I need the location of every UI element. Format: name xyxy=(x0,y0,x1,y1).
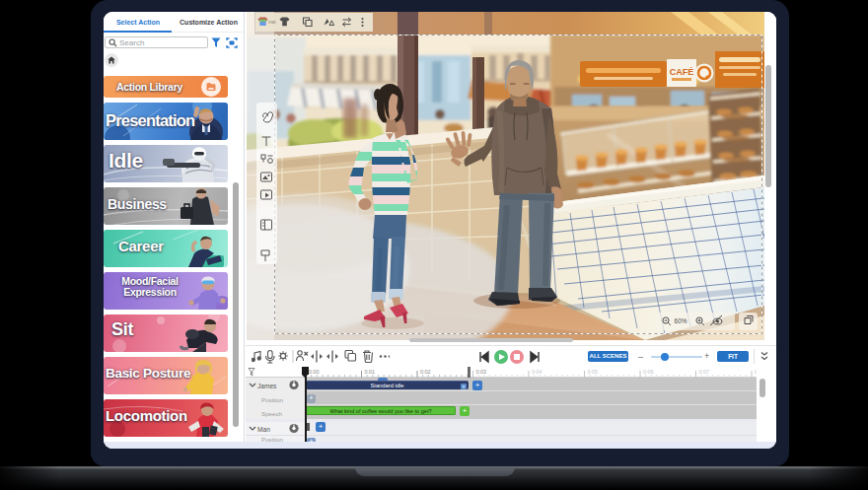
svg-text:Speech: Speech xyxy=(261,410,283,417)
svg-text:CAFÉ: CAFÉ xyxy=(670,67,694,77)
svg-text:Position: Position xyxy=(261,396,284,403)
svg-text:0:03: 0:03 xyxy=(476,369,487,375)
svg-text:0:06: 0:06 xyxy=(643,369,654,375)
svg-text:60%: 60% xyxy=(675,317,687,324)
svg-text:0:00: 0:00 xyxy=(309,369,320,375)
svg-text:0:08: 0:08 xyxy=(755,369,757,375)
svg-text:James: James xyxy=(257,383,277,389)
svg-text:mat: mat xyxy=(268,20,276,25)
svg-text:0:05: 0:05 xyxy=(588,369,599,375)
svg-text:0:02: 0:02 xyxy=(420,369,431,375)
svg-text:0:04: 0:04 xyxy=(532,369,542,375)
svg-text:0:01: 0:01 xyxy=(365,369,376,375)
svg-text:Man: Man xyxy=(257,426,270,433)
svg-text:0:07: 0:07 xyxy=(699,369,710,375)
